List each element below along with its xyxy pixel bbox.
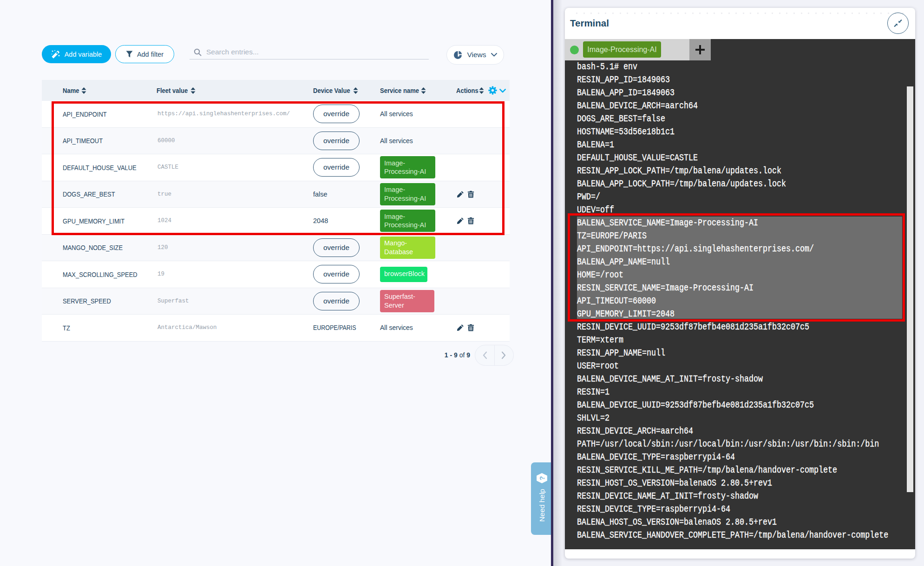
svg-text:?: ?	[538, 476, 546, 480]
